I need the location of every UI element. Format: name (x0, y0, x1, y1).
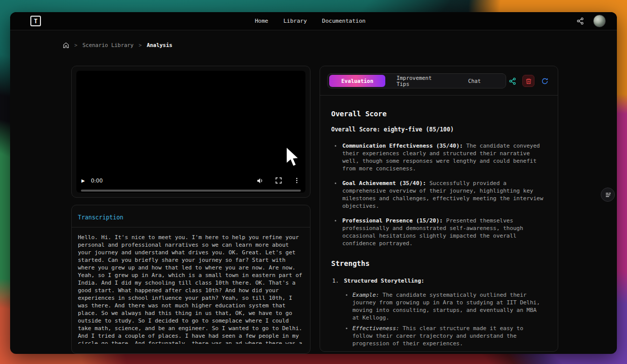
bullet-lead: Communication Effectiveness (35/40): (342, 143, 463, 149)
nav-links: Home Library Documentation (255, 12, 366, 30)
bullet-lead: Goal Achievement (35/40): (342, 180, 426, 187)
breadcrumb-scenario-library[interactable]: Scenario Library (82, 42, 133, 48)
app-window: T Home Library Documentation (10, 12, 617, 354)
share-analysis-button[interactable] (506, 75, 518, 87)
volume-icon[interactable] (256, 177, 264, 185)
main-content: ▶ 0:00 (10, 51, 617, 354)
list-item: Effectiveness: This clear structure made… (344, 325, 545, 347)
fullscreen-icon[interactable] (275, 177, 282, 184)
transcription-text: Hello. Hi. It's nice to meet you. I'm he… (72, 228, 310, 344)
list-item: Professional Presence (15/20): Presented… (331, 217, 545, 247)
breadcrumb: > Scenario Library > Analysis (10, 30, 617, 51)
app-logo[interactable]: T (30, 16, 41, 26)
tab-evaluation[interactable]: Evaluation (329, 75, 385, 87)
list-item: Example: The candidate systematically ou… (344, 291, 545, 322)
refresh-icon (541, 77, 549, 85)
share-icon (576, 17, 584, 25)
top-navbar: T Home Library Documentation (10, 12, 617, 30)
video-controls-right (256, 177, 300, 185)
list-toggle-icon (605, 192, 611, 198)
right-column: Evaluation Improvement Tips Chat (320, 66, 558, 354)
strength-number: 1. (332, 278, 339, 284)
sub-lead: Leverage: (352, 351, 383, 352)
strength-sublist: Example: The candidate systematically ou… (344, 291, 545, 352)
tab-improvement-tips[interactable]: Improvement Tips (385, 75, 444, 87)
trash-icon (525, 78, 532, 84)
refresh-button[interactable] (539, 75, 551, 87)
nav-link-library[interactable]: Library (283, 18, 306, 24)
strength-title: Structured Storytelling: (344, 278, 424, 284)
video-controls: ▶ 0:00 (76, 173, 305, 188)
video-time: 0:00 (91, 177, 103, 184)
bullet-lead: Professional Presence (15/20): (342, 217, 443, 224)
more-options-icon[interactable] (293, 177, 300, 184)
nav-right-actions (576, 15, 606, 27)
strengths-heading: Strengths (331, 259, 545, 267)
overall-score-value: Overall Score: eighty-five (85/100) (331, 126, 545, 133)
breadcrumb-separator: > (139, 42, 142, 48)
sub-text: The candidate systematically outlined th… (352, 292, 540, 321)
evaluation-content: Overall Score Overall Score: eighty-five… (320, 96, 558, 352)
breadcrumb-separator: > (74, 42, 77, 48)
evaluation-panel: Evaluation Improvement Tips Chat (320, 66, 558, 352)
sub-lead: Effectiveness: (352, 325, 399, 332)
side-panel-toggle-button[interactable] (601, 188, 615, 202)
video-card: ▶ 0:00 (71, 66, 310, 198)
play-button[interactable]: ▶ (81, 177, 85, 184)
transcription-header: Transcription (72, 205, 310, 228)
transcription-card: Transcription Hello. Hi. It's nice to me… (71, 205, 310, 354)
score-breakdown-list: Communication Effectiveness (35/40): The… (331, 142, 545, 247)
strength-item: 1. Structured Storytelling: (332, 278, 545, 284)
panel-actions (506, 75, 551, 87)
tab-chat[interactable]: Chat (445, 75, 504, 87)
delete-button[interactable] (522, 75, 534, 87)
video-player[interactable]: ▶ 0:00 (76, 71, 305, 193)
transcription-title: Transcription (78, 214, 123, 221)
home-icon[interactable] (63, 42, 69, 49)
tab-bar: Evaluation Improvement Tips Chat (327, 73, 506, 88)
left-column: ▶ 0:00 (71, 66, 310, 354)
user-avatar[interactable] (593, 15, 606, 27)
list-item: Goal Achievement (35/40): Successfully p… (331, 179, 545, 210)
nav-link-documentation[interactable]: Documentation (322, 18, 366, 24)
sub-lead: Example: (352, 292, 379, 298)
list-item: Communication Effectiveness (35/40): The… (331, 142, 545, 172)
panel-header: Evaluation Improvement Tips Chat (320, 66, 558, 96)
share-icon (509, 77, 516, 85)
list-item: Leverage: Continue organizing responses … (344, 350, 545, 352)
breadcrumb-analysis: Analysis (147, 42, 172, 48)
share-button[interactable] (576, 17, 584, 25)
video-progress-bar[interactable] (81, 190, 301, 192)
overall-score-heading: Overall Score (331, 110, 545, 118)
nav-link-home[interactable]: Home (255, 18, 268, 24)
